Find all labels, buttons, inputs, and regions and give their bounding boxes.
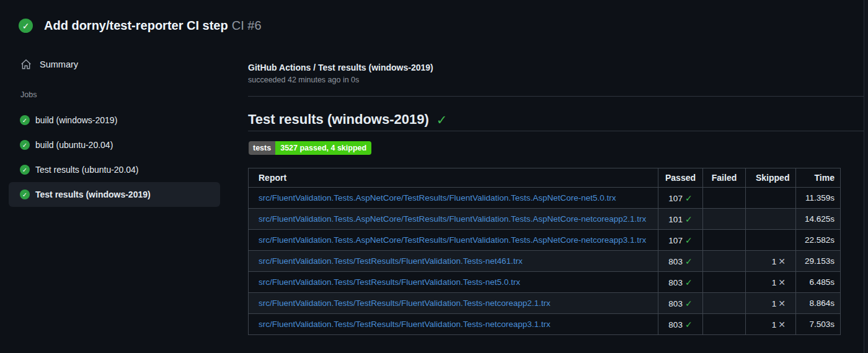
job-breadcrumb-title: GitHub Actions / Test results (windows-2… [248,63,433,72]
cell-failed [703,188,746,209]
sidebar-item-build-ubuntu-20-04[interactable]: ✓build (ubuntu-20.04) [9,133,220,157]
passed-count: 803 [668,299,683,308]
cell-skipped: 1✕ [746,251,796,272]
column-header-passed: Passed [658,168,703,188]
section-title: Test results (windows-2019) [248,111,429,128]
report-link[interactable]: src/FluentValidation.Tests/TestResults/F… [259,256,523,266]
skipped-x-icon: ✕ [778,277,786,287]
cell-failed [703,230,746,251]
cell-passed: 101✓ [658,209,703,230]
check-circle-icon: ✓ [20,115,30,125]
table-row: src/FluentValidation.Tests/TestResults/F… [249,251,841,272]
section-divider [248,131,864,131]
cell-failed [703,293,746,314]
workflow-run-page: ✓ Add dorny/test-reporter CI stepCI #6 S… [0,0,868,353]
run-success-check-circle-icon: ✓ [19,19,33,33]
home-icon [20,59,32,70]
cell-skipped [746,230,796,251]
results-table-head: ReportPassedFailedSkippedTime [249,168,841,188]
section-title-row: Test results (windows-2019) ✓ [248,111,447,128]
passed-check-icon: ✓ [685,214,693,224]
report-link[interactable]: src/FluentValidation.Tests/TestResults/F… [259,299,551,308]
table-row: src/FluentValidation.Tests/TestResults/F… [249,314,841,335]
cell-time: 22.582s [796,230,841,251]
cell-failed [703,209,746,230]
passed-count: 803 [668,278,683,287]
job-label: build (ubuntu-20.04) [35,140,113,150]
skipped-x-icon: ✕ [778,299,786,308]
job-status-line: succeeded 42 minutes ago in 0s [248,76,359,84]
cell-skipped: 1✕ [746,314,796,335]
report-link[interactable]: src/FluentValidation.Tests.AspNetCore/Te… [259,193,616,203]
cell-time: 7.503s [796,314,841,335]
table-row: src/FluentValidation.Tests/TestResults/F… [249,293,841,314]
tests-badge-label: tests [249,141,275,155]
passed-check-icon: ✓ [685,320,693,329]
cell-report: src/FluentValidation.Tests/TestResults/F… [249,314,658,335]
cell-report: src/FluentValidation.Tests.AspNetCore/Te… [249,209,658,230]
cell-passed: 107✓ [658,188,703,209]
job-label: Test results (windows-2019) [35,190,151,199]
passed-check-icon: ✓ [685,193,693,203]
sidebar-item-test-results-windows-2019[interactable]: ✓Test results (windows-2019) [9,182,220,207]
passed-count: 803 [668,257,683,266]
column-header-skipped: Skipped [746,168,796,188]
passed-check-icon: ✓ [685,256,693,266]
cell-report: src/FluentValidation.Tests/TestResults/F… [249,251,658,272]
passed-count: 101 [668,215,683,224]
skipped-count: 1 [772,299,777,308]
cell-time: 14.625s [796,209,841,230]
passed-count: 107 [668,236,683,245]
table-row: src/FluentValidation.Tests/TestResults/F… [249,272,841,293]
cell-report: src/FluentValidation.Tests/TestResults/F… [249,272,658,293]
cell-time: 8.864s [796,293,841,314]
skipped-count: 1 [772,278,777,287]
run-header: ✓ Add dorny/test-reporter CI stepCI #6 [19,19,262,33]
cell-report: src/FluentValidation.Tests/TestResults/F… [249,293,658,314]
column-header-time: Time [796,168,841,188]
skipped-count: 1 [772,320,777,329]
cell-passed: 803✓ [658,293,703,314]
cell-time: 6.485s [796,272,841,293]
results-header-row: ReportPassedFailedSkippedTime [249,168,841,188]
report-link[interactable]: src/FluentValidation.Tests.AspNetCore/Te… [259,214,646,224]
sidebar-item-summary[interactable]: Summary [20,59,78,70]
passed-count: 107 [668,194,683,203]
cell-skipped [746,209,796,230]
report-link[interactable]: src/FluentValidation.Tests/TestResults/F… [259,277,520,287]
cell-skipped: 1✕ [746,272,796,293]
sidebar-summary-label: Summary [40,59,78,69]
column-header-failed: Failed [703,168,746,188]
results-table-body: src/FluentValidation.Tests.AspNetCore/Te… [249,188,841,335]
column-header-report: Report [249,168,658,188]
sidebar-jobs-list: ✓build (windows-2019)✓build (ubuntu-20.0… [9,108,220,207]
run-title-group: Add dorny/test-reporter CI stepCI #6 [44,19,262,33]
check-circle-icon: ✓ [20,140,30,150]
check-circle-icon: ✓ [20,190,30,199]
cell-passed: 803✓ [658,272,703,293]
section-success-check-icon: ✓ [436,113,448,126]
cell-passed: 803✓ [658,314,703,335]
cell-passed: 107✓ [658,230,703,251]
table-row: src/FluentValidation.Tests.AspNetCore/Te… [249,209,841,230]
skipped-count: 1 [772,257,777,266]
passed-check-icon: ✓ [685,299,693,308]
passed-count: 803 [668,320,683,329]
job-label: Test results (ubuntu-20.04) [35,165,139,175]
report-link[interactable]: src/FluentValidation.Tests.AspNetCore/Te… [259,235,646,245]
sidebar-item-build-windows-2019[interactable]: ✓build (windows-2019) [9,108,220,133]
header-divider [248,96,864,97]
tests-badge-value: 3527 passed, 4 skipped [275,141,371,155]
run-number: CI #6 [232,19,262,32]
cell-skipped [746,188,796,209]
sidebar-item-test-results-ubuntu-20-04[interactable]: ✓Test results (ubuntu-20.04) [9,157,220,182]
cell-report: src/FluentValidation.Tests.AspNetCore/Te… [249,230,658,251]
passed-check-icon: ✓ [685,277,693,287]
skipped-x-icon: ✕ [778,256,786,266]
sidebar-jobs-heading: Jobs [20,90,37,99]
cell-failed [703,251,746,272]
job-label: build (windows-2019) [35,115,117,125]
vertical-scrollbar[interactable] [864,0,868,353]
report-link[interactable]: src/FluentValidation.Tests/TestResults/F… [259,320,551,329]
tests-badge: tests 3527 passed, 4 skipped [249,141,371,155]
